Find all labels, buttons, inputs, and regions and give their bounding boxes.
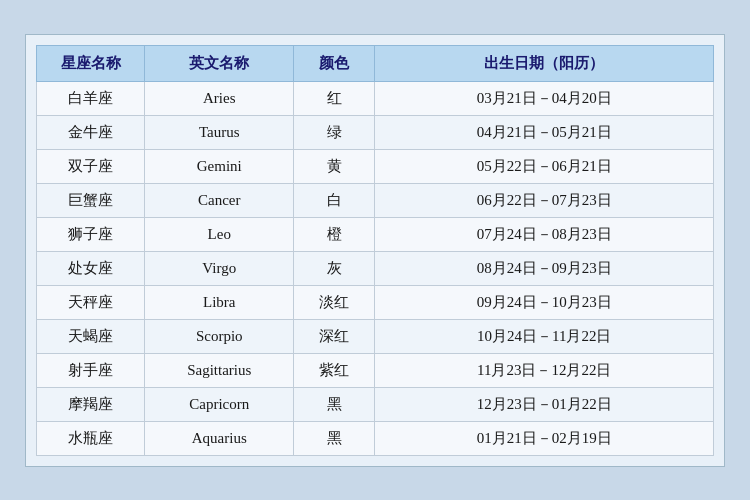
cell-chinese: 天秤座 (37, 285, 145, 319)
cell-english: Capricorn (145, 387, 294, 421)
cell-chinese: 巨蟹座 (37, 183, 145, 217)
cell-color: 淡红 (294, 285, 375, 319)
cell-english: Virgo (145, 251, 294, 285)
cell-date: 06月22日－07月23日 (375, 183, 714, 217)
table-row: 射手座Sagittarius紫红11月23日－12月22日 (37, 353, 714, 387)
cell-color: 红 (294, 81, 375, 115)
table-row: 水瓶座Aquarius黑01月21日－02月19日 (37, 421, 714, 455)
table-header-row: 星座名称 英文名称 颜色 出生日期（阳历） (37, 45, 714, 81)
table-row: 摩羯座Capricorn黑12月23日－01月22日 (37, 387, 714, 421)
cell-english: Sagittarius (145, 353, 294, 387)
cell-english: Taurus (145, 115, 294, 149)
cell-chinese: 双子座 (37, 149, 145, 183)
cell-chinese: 天蝎座 (37, 319, 145, 353)
cell-color: 紫红 (294, 353, 375, 387)
cell-color: 黑 (294, 421, 375, 455)
table-row: 白羊座Aries红03月21日－04月20日 (37, 81, 714, 115)
cell-color: 白 (294, 183, 375, 217)
cell-english: Aquarius (145, 421, 294, 455)
cell-date: 07月24日－08月23日 (375, 217, 714, 251)
cell-color: 灰 (294, 251, 375, 285)
cell-date: 09月24日－10月23日 (375, 285, 714, 319)
zodiac-table: 星座名称 英文名称 颜色 出生日期（阳历） 白羊座Aries红03月21日－04… (36, 45, 714, 456)
cell-chinese: 射手座 (37, 353, 145, 387)
cell-date: 11月23日－12月22日 (375, 353, 714, 387)
cell-color: 黄 (294, 149, 375, 183)
cell-english: Libra (145, 285, 294, 319)
cell-chinese: 水瓶座 (37, 421, 145, 455)
cell-english: Scorpio (145, 319, 294, 353)
table-body: 白羊座Aries红03月21日－04月20日金牛座Taurus绿04月21日－0… (37, 81, 714, 455)
table-row: 天蝎座Scorpio深红10月24日－11月22日 (37, 319, 714, 353)
header-date: 出生日期（阳历） (375, 45, 714, 81)
table-row: 双子座Gemini黄05月22日－06月21日 (37, 149, 714, 183)
cell-date: 03月21日－04月20日 (375, 81, 714, 115)
cell-color: 黑 (294, 387, 375, 421)
cell-chinese: 白羊座 (37, 81, 145, 115)
cell-english: Cancer (145, 183, 294, 217)
header-english: 英文名称 (145, 45, 294, 81)
cell-color: 绿 (294, 115, 375, 149)
cell-date: 10月24日－11月22日 (375, 319, 714, 353)
cell-date: 05月22日－06月21日 (375, 149, 714, 183)
header-chinese: 星座名称 (37, 45, 145, 81)
cell-english: Leo (145, 217, 294, 251)
cell-chinese: 金牛座 (37, 115, 145, 149)
table-row: 处女座Virgo灰08月24日－09月23日 (37, 251, 714, 285)
cell-date: 12月23日－01月22日 (375, 387, 714, 421)
table-row: 天秤座Libra淡红09月24日－10月23日 (37, 285, 714, 319)
main-container: 星座名称 英文名称 颜色 出生日期（阳历） 白羊座Aries红03月21日－04… (25, 34, 725, 467)
cell-english: Aries (145, 81, 294, 115)
header-color: 颜色 (294, 45, 375, 81)
table-row: 狮子座Leo橙07月24日－08月23日 (37, 217, 714, 251)
table-row: 金牛座Taurus绿04月21日－05月21日 (37, 115, 714, 149)
cell-date: 04月21日－05月21日 (375, 115, 714, 149)
cell-date: 08月24日－09月23日 (375, 251, 714, 285)
cell-chinese: 狮子座 (37, 217, 145, 251)
cell-date: 01月21日－02月19日 (375, 421, 714, 455)
cell-chinese: 摩羯座 (37, 387, 145, 421)
cell-color: 橙 (294, 217, 375, 251)
cell-color: 深红 (294, 319, 375, 353)
cell-chinese: 处女座 (37, 251, 145, 285)
cell-english: Gemini (145, 149, 294, 183)
table-row: 巨蟹座Cancer白06月22日－07月23日 (37, 183, 714, 217)
